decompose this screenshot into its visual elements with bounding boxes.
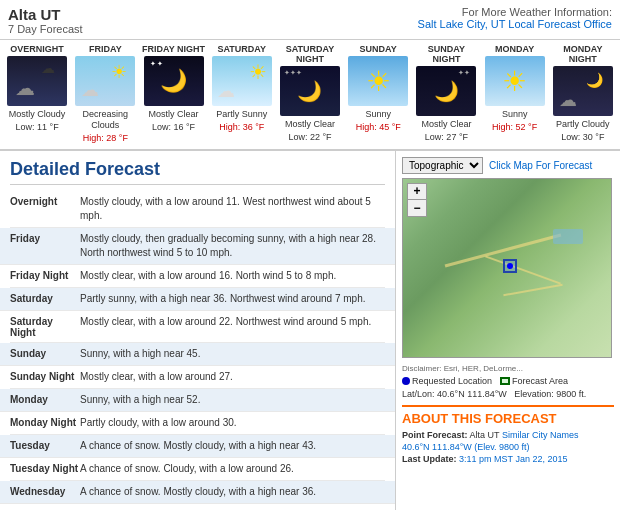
- zoom-out-button[interactable]: −: [408, 200, 426, 216]
- about-latlon-link[interactable]: 40.6°N 111.84°W (Elev. 9800 ft): [402, 442, 530, 452]
- day-icon-7: ☀: [485, 56, 545, 106]
- location-dot: [507, 263, 513, 269]
- office-link[interactable]: Salt Lake City, UT Local Forecast Office: [418, 18, 612, 30]
- forecast-day-6: SUNDAY NIGHT🌙✦✦Mostly ClearLow: 27 °F: [413, 44, 479, 143]
- map-controls: Topographic Satellite Street Click Map F…: [402, 157, 614, 174]
- row-text-7: Sunny, with a high near 52.: [80, 393, 385, 407]
- about-latlon: 40.6°N 111.84°W (Elev. 9800 ft): [402, 442, 614, 452]
- day-desc-6: Mostly Clear: [413, 119, 479, 130]
- forecast-row-5: SundaySunny, with a high near 45.: [0, 343, 395, 366]
- row-label-9: Tuesday: [10, 439, 80, 453]
- day-icon-6: 🌙✦✦: [416, 66, 476, 116]
- day-icon-5: ☀: [348, 56, 408, 106]
- row-text-2: Mostly clear, with a low around 16. Nort…: [80, 269, 385, 283]
- detailed-forecast-title: Detailed Forecast: [10, 159, 385, 185]
- legend-requested: Requested Location: [402, 376, 492, 386]
- forecast-row-7: MondaySunny, with a high near 52.: [0, 389, 395, 412]
- detailed-forecast-panel: Detailed Forecast OvernightMostly cloudy…: [0, 151, 395, 510]
- header-left: Alta UT 7 Day Forecast: [8, 6, 83, 35]
- legend-forecast: Forecast Area: [500, 376, 568, 386]
- more-info-label: For More Weather Information:: [418, 6, 612, 18]
- row-label-3: Saturday: [10, 292, 80, 306]
- forecast-day-7: MONDAY☀SunnyHigh: 52 °F: [482, 44, 548, 143]
- map-legend: Requested Location Forecast Area: [402, 376, 614, 386]
- row-label-8: Monday Night: [10, 416, 80, 430]
- row-label-1: Friday: [10, 232, 80, 260]
- day-desc-5: Sunny: [345, 109, 411, 120]
- day-label-0: OVERNIGHT: [4, 44, 70, 54]
- row-text-1: Mostly cloudy, then gradually becoming s…: [80, 232, 385, 260]
- forecast-day-3: SATURDAY☀☁Partly SunnyHigh: 36 °F: [209, 44, 275, 143]
- row-text-0: Mostly cloudy, with a low around 11. Wes…: [80, 195, 385, 223]
- forecast-day-4: SATURDAY NIGHT🌙✦✦✦Mostly ClearLow: 22 °F: [277, 44, 343, 143]
- forecast-row-9: TuesdayA chance of snow. Mostly cloudy, …: [0, 435, 395, 458]
- map-disclaimer: Disclaimer: Esri, HER, DeLorme...: [402, 364, 614, 373]
- day-icon-1: ☀☁: [75, 56, 135, 106]
- day-label-4: SATURDAY NIGHT: [277, 44, 343, 64]
- map-container[interactable]: + −: [402, 178, 612, 358]
- day-temp-3: High: 36 °F: [209, 122, 275, 132]
- map-panel: Topographic Satellite Street Click Map F…: [395, 151, 620, 510]
- row-text-6: Mostly clear, with a low around 27.: [80, 370, 385, 384]
- about-last-update: Last Update: 3:11 pm MST Jan 22, 2015: [402, 454, 614, 464]
- forecast-row-8: Monday NightPartly cloudy, with a low ar…: [10, 412, 385, 435]
- day-temp-5: High: 45 °F: [345, 122, 411, 132]
- forecast-day-0: OVERNIGHT☁☁Mostly CloudyLow: 11 °F: [4, 44, 70, 143]
- zoom-in-button[interactable]: +: [408, 184, 426, 200]
- day-icon-2: 🌙✦ ✦: [144, 56, 204, 106]
- header-right: For More Weather Information: Salt Lake …: [418, 6, 612, 30]
- day-temp-1: High: 28 °F: [72, 133, 138, 143]
- about-forecast: ABOUT THIS FORECAST Point Forecast: Alta…: [402, 405, 614, 464]
- day-desc-3: Partly Sunny: [209, 109, 275, 120]
- day-label-8: MONDAY NIGHT: [550, 44, 616, 64]
- day-desc-7: Sunny: [482, 109, 548, 120]
- day-desc-4: Mostly Clear: [277, 119, 343, 130]
- day-label-3: SATURDAY: [209, 44, 275, 54]
- map-zoom-controls[interactable]: + −: [407, 183, 427, 217]
- forecast-row-3: SaturdayPartly sunny, with a high near 3…: [0, 288, 395, 311]
- row-text-4: Mostly clear, with a low around 22. Nort…: [80, 315, 385, 338]
- latlon-elevation: Lat/Lon: 40.6°N 111.84°W Elevation: 9800…: [402, 389, 614, 399]
- page-subtitle: 7 Day Forecast: [8, 23, 83, 35]
- last-update-link[interactable]: 3:11 pm MST Jan 22, 2015: [459, 454, 567, 464]
- day-label-5: SUNDAY: [345, 44, 411, 54]
- forecast-row-1: FridayMostly cloudy, then gradually beco…: [0, 228, 395, 265]
- day-label-2: FRIDAY NIGHT: [140, 44, 206, 54]
- day-temp-4: Low: 22 °F: [277, 132, 343, 142]
- forecast-strip: OVERNIGHT☁☁Mostly CloudyLow: 11 °FFRIDAY…: [0, 40, 620, 151]
- row-text-10: A chance of snow. Cloudy, with a low aro…: [80, 462, 385, 476]
- forecast-row-10: Tuesday NightA chance of snow. Cloudy, w…: [10, 458, 385, 481]
- forecast-row-2: Friday NightMostly clear, with a low aro…: [10, 265, 385, 288]
- day-label-7: MONDAY: [482, 44, 548, 54]
- day-temp-8: Low: 30 °F: [550, 132, 616, 142]
- about-point-forecast: Point Forecast: Alta UT Similar City Nam…: [402, 430, 614, 440]
- day-temp-7: High: 52 °F: [482, 122, 548, 132]
- similar-city-link[interactable]: Similar City Names: [502, 430, 579, 440]
- forecast-day-5: SUNDAY☀SunnyHigh: 45 °F: [345, 44, 411, 143]
- forecast-rows: OvernightMostly cloudy, with a low aroun…: [10, 191, 385, 504]
- day-icon-0: ☁☁: [7, 56, 67, 106]
- row-text-3: Partly sunny, with a high near 36. North…: [80, 292, 385, 306]
- row-label-0: Overnight: [10, 195, 80, 223]
- day-temp-6: Low: 27 °F: [413, 132, 479, 142]
- forecast-row-4: Saturday NightMostly clear, with a low a…: [10, 311, 385, 343]
- forecast-row-6: Sunday NightMostly clear, with a low aro…: [10, 366, 385, 389]
- row-text-8: Partly cloudy, with a low around 30.: [80, 416, 385, 430]
- row-label-5: Sunday: [10, 347, 80, 361]
- day-icon-3: ☀☁: [212, 56, 272, 106]
- click-map-link[interactable]: Click Map For Forecast: [489, 160, 592, 171]
- day-label-6: SUNDAY NIGHT: [413, 44, 479, 64]
- map-type-select[interactable]: Topographic Satellite Street: [402, 157, 483, 174]
- row-text-9: A chance of snow. Mostly cloudy, with a …: [80, 439, 385, 453]
- day-desc-0: Mostly Cloudy: [4, 109, 70, 120]
- page-header: Alta UT 7 Day Forecast For More Weather …: [0, 0, 620, 40]
- forecast-row-11: WednesdayA chance of snow. Mostly cloudy…: [0, 481, 395, 504]
- about-title: ABOUT THIS FORECAST: [402, 411, 614, 426]
- page-title: Alta UT: [8, 6, 83, 23]
- day-temp-2: Low: 16 °F: [140, 122, 206, 132]
- row-label-4: Saturday Night: [10, 315, 80, 338]
- day-desc-2: Mostly Clear: [140, 109, 206, 120]
- row-label-7: Monday: [10, 393, 80, 407]
- row-label-10: Tuesday Night: [10, 462, 80, 476]
- day-desc-8: Partly Cloudy: [550, 119, 616, 130]
